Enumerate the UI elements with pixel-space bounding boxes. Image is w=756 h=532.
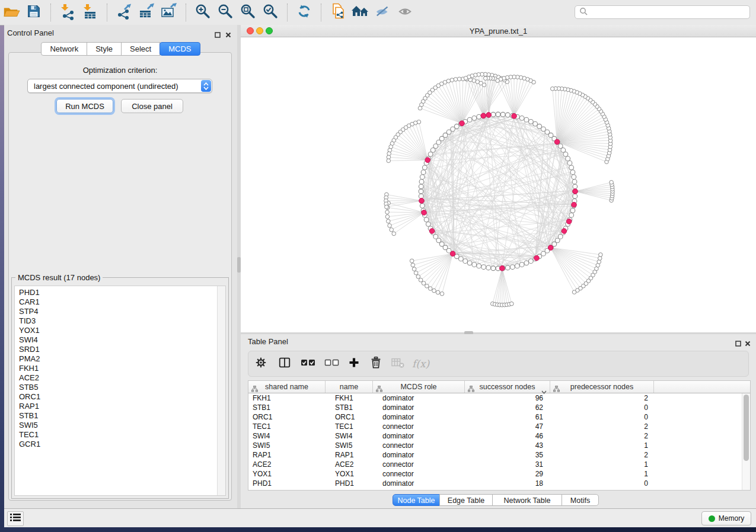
sort-chevron-icon[interactable] xyxy=(541,386,547,396)
graph-node[interactable] xyxy=(599,253,603,257)
mcds-result-item[interactable]: RAP1 xyxy=(15,402,225,411)
mcds-result-item[interactable]: GCR1 xyxy=(15,440,225,449)
graph-node[interactable] xyxy=(491,266,496,271)
dominator-node[interactable] xyxy=(425,158,430,163)
export-image-button[interactable] xyxy=(158,2,180,23)
cell-predecessor-nodes[interactable]: 0 xyxy=(550,413,654,421)
graph-node[interactable] xyxy=(533,121,538,126)
table-row[interactable]: FKH1FKH1dominator962 xyxy=(248,393,750,403)
cell-predecessor-nodes[interactable]: 2 xyxy=(550,451,654,459)
mcds-result-item[interactable]: SRD1 xyxy=(15,345,225,354)
select-all-button[interactable] xyxy=(301,357,316,370)
graph-node[interactable] xyxy=(519,262,524,267)
mcds-result-item[interactable]: PMA2 xyxy=(15,354,225,364)
graph-node[interactable] xyxy=(477,264,481,268)
cell-shared-name[interactable]: ACE2 xyxy=(248,460,326,469)
graph-node[interactable] xyxy=(569,165,574,170)
close-panel-icon[interactable] xyxy=(225,30,231,40)
tab-select[interactable]: Select xyxy=(121,42,160,56)
float-panel-icon[interactable] xyxy=(215,30,221,40)
export-network-button[interactable] xyxy=(113,2,135,23)
graph-node[interactable] xyxy=(572,180,577,184)
dominator-node[interactable] xyxy=(554,139,560,145)
cell-successor-nodes[interactable]: 35 xyxy=(465,451,550,459)
tab-mcds[interactable]: MCDS xyxy=(160,42,200,56)
mcds-result-item[interactable]: TID3 xyxy=(15,316,225,326)
graph-node[interactable] xyxy=(573,194,578,198)
first-neighbors-button[interactable] xyxy=(349,2,372,23)
graph-node[interactable] xyxy=(458,257,463,261)
cell-successor-nodes[interactable]: 18 xyxy=(465,479,550,488)
mcds-result-item[interactable]: TEC1 xyxy=(15,430,225,440)
tab-motifs[interactable]: Motifs xyxy=(562,494,599,506)
cell-name[interactable]: ACE2 xyxy=(326,460,373,469)
graph-node[interactable] xyxy=(440,291,444,296)
search-input[interactable] xyxy=(591,7,749,17)
dominator-node[interactable] xyxy=(481,113,486,118)
zoom-selected-button[interactable] xyxy=(259,2,282,23)
table-row[interactable]: YOX1YOX1connector291 xyxy=(248,469,750,479)
cell-successor-nodes[interactable]: 47 xyxy=(465,422,550,431)
graph-node[interactable] xyxy=(411,263,415,267)
cell-shared-name[interactable]: RAP1 xyxy=(248,451,326,459)
graph-node[interactable] xyxy=(385,214,390,219)
graph-node[interactable] xyxy=(388,223,392,227)
cell-predecessor-nodes[interactable]: 1 xyxy=(550,460,654,469)
cell-name[interactable]: TEC1 xyxy=(326,422,373,431)
graph-node[interactable] xyxy=(419,278,423,282)
graph-node[interactable] xyxy=(550,86,554,91)
dominator-node[interactable] xyxy=(429,229,435,234)
graph-node[interactable] xyxy=(463,259,468,264)
graph-node[interactable] xyxy=(483,76,487,81)
cell-successor-nodes[interactable]: 46 xyxy=(465,432,550,440)
cell-shared-name[interactable]: STB1 xyxy=(248,403,326,412)
mcds-result-item[interactable]: ORC1 xyxy=(15,392,225,402)
dominator-node[interactable] xyxy=(450,251,455,257)
table-row[interactable]: ORC1ORC1dominator610 xyxy=(248,412,750,422)
graph-node[interactable] xyxy=(573,184,578,189)
table-row[interactable]: PHD1PHD1dominator180 xyxy=(248,479,750,488)
mcds-result-item[interactable]: STB5 xyxy=(15,383,225,392)
cell-successor-nodes[interactable]: 96 xyxy=(465,394,550,402)
delete-columns-button[interactable] xyxy=(369,356,382,371)
graph-node[interactable] xyxy=(505,265,510,270)
cell-shared-name[interactable]: SWI4 xyxy=(248,432,326,440)
graph-node[interactable] xyxy=(412,267,416,271)
cell-name[interactable]: YOX1 xyxy=(326,470,373,478)
graph-node[interactable] xyxy=(467,261,472,265)
graph-node[interactable] xyxy=(385,210,390,214)
tab-style[interactable]: Style xyxy=(87,42,122,56)
cell-mcds-role[interactable]: connector xyxy=(373,460,465,469)
dominator-node[interactable] xyxy=(486,113,492,118)
apply-layout-button[interactable] xyxy=(293,2,315,23)
mcds-result-item[interactable]: YOX1 xyxy=(15,326,225,335)
graph-node[interactable] xyxy=(569,213,574,217)
cell-name[interactable]: RAP1 xyxy=(326,451,373,459)
graph-node[interactable] xyxy=(472,262,477,267)
graph-node[interactable] xyxy=(528,119,533,124)
table-row[interactable]: RAP1RAP1dominator352 xyxy=(248,450,750,460)
graph-node[interactable] xyxy=(528,259,533,264)
cell-shared-name[interactable]: TEC1 xyxy=(248,422,326,431)
save-session-button[interactable] xyxy=(23,2,45,23)
mcds-result-item[interactable]: SWI5 xyxy=(15,421,225,430)
table-mode-button[interactable] xyxy=(254,356,267,371)
memory-button[interactable]: Memory xyxy=(701,511,751,525)
graph-node[interactable] xyxy=(420,203,425,208)
hide-selected-button[interactable] xyxy=(372,2,394,23)
cell-predecessor-nodes[interactable]: 1 xyxy=(550,470,654,478)
tab-network-table[interactable]: Network Table xyxy=(492,494,562,506)
graph-node[interactable] xyxy=(524,117,529,122)
graph-node[interactable] xyxy=(505,113,510,117)
cell-mcds-role[interactable]: dominator xyxy=(373,394,465,402)
graph-node[interactable] xyxy=(424,217,429,222)
open-session-button[interactable] xyxy=(0,2,23,23)
close-panel-icon[interactable] xyxy=(745,338,751,349)
cell-successor-nodes[interactable]: 31 xyxy=(465,460,550,469)
mcds-result-item[interactable]: PHD1 xyxy=(15,288,225,297)
dominator-node[interactable] xyxy=(562,229,567,234)
graph-node[interactable] xyxy=(500,112,505,117)
graph-node[interactable] xyxy=(422,281,426,286)
table-row[interactable]: SWI5SWI5connector431 xyxy=(248,441,750,450)
graph-node[interactable] xyxy=(566,156,570,161)
